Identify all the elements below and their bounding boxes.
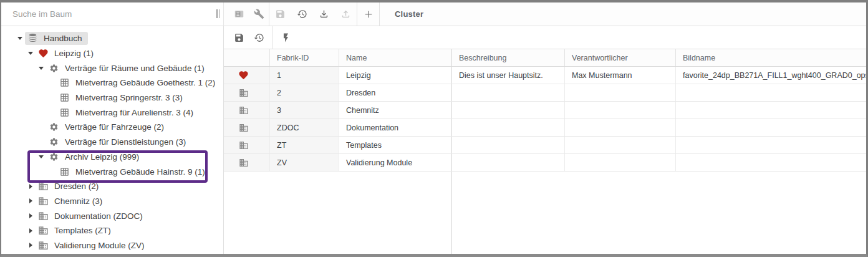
- expander-expanded-icon[interactable]: [36, 67, 46, 70]
- table-row[interactable]: ZTTemplates: [224, 137, 866, 154]
- tree-search-box: [1, 2, 224, 26]
- tree-node-content[interactable]: Mietvertrag Gebäude Hainstr. 9 (1): [57, 165, 211, 178]
- building-icon: [224, 84, 270, 101]
- column-header-bildname[interactable]: Bildname: [676, 49, 866, 66]
- tree-item[interactable]: Mietvertrag Gebäude Goethestr. 1 (2): [1, 75, 223, 90]
- tree-item[interactable]: Templates (ZT): [1, 223, 223, 238]
- tree-item[interactable]: Mietvertrag für Aurelienstr. 3 (4): [1, 105, 223, 120]
- tree-node-content[interactable]: Handbuch: [25, 32, 88, 45]
- tree-node-content[interactable]: Templates (ZT): [36, 224, 117, 237]
- gear-icon: [49, 152, 59, 162]
- tree-item[interactable]: Validierung Module (ZV): [1, 238, 223, 253]
- tree-item-label: Dokumentation (ZDOC): [54, 211, 143, 221]
- restore-icon[interactable]: [249, 26, 269, 49]
- tree-item[interactable]: Handbuch: [1, 31, 223, 46]
- tree-item[interactable]: Dokumentation (ZDOC): [1, 208, 223, 223]
- gear-icon: [49, 63, 59, 74]
- tree-node-content[interactable]: Archiv Leipzig (999): [46, 150, 145, 163]
- tree-item-label: Verträge für Fahrzeuge (2): [65, 122, 164, 132]
- table-row[interactable]: 1LeipzigDies ist unser Hauptsitz.Max Mus…: [224, 67, 866, 84]
- upload-icon[interactable]: [335, 2, 357, 26]
- tree-item-label: Verträge für Räume und Gebäude (1): [65, 64, 205, 73]
- download-icon[interactable]: [313, 2, 335, 26]
- cell-fabrik_id: ZDOC: [270, 119, 339, 136]
- expander-collapsed-icon[interactable]: [26, 198, 36, 203]
- building-icon: [224, 154, 270, 171]
- add-icon[interactable]: [357, 2, 379, 26]
- expander-collapsed-icon[interactable]: [26, 213, 36, 218]
- cell-bildname: [676, 102, 866, 119]
- column-header-verantwortlicher[interactable]: Verantwortlicher: [565, 49, 676, 66]
- tree-node-content[interactable]: Mietvertrag für Aurelienstr. 3 (4): [57, 106, 199, 119]
- tree-item-label: Dresden (2): [54, 182, 99, 191]
- tree-node-content[interactable]: Verträge für Fahrzeuge (2): [46, 120, 170, 133]
- expander-collapsed-icon[interactable]: [26, 243, 36, 248]
- table-header-row: Fabrik-IDNameBeschreibungVerantwortliche…: [224, 49, 866, 67]
- tab-cluster[interactable]: Cluster: [380, 2, 438, 26]
- cell-beschreibung: [452, 119, 565, 136]
- building-icon: [224, 102, 270, 119]
- cell-bildname: [676, 154, 866, 171]
- save-icon[interactable]: [269, 2, 291, 26]
- tree-node-content[interactable]: Chemnitz (3): [36, 195, 108, 208]
- expander-expanded-icon[interactable]: [26, 52, 36, 55]
- restore-icon[interactable]: [291, 2, 313, 26]
- tree-item-label: Archiv Leipzig (999): [65, 152, 139, 162]
- tree-item[interactable]: Archiv Leipzig (999): [1, 150, 223, 165]
- tree-item[interactable]: Verträge für Räume und Gebäude (1): [1, 61, 223, 75]
- heart-icon: [224, 67, 270, 84]
- tree-item[interactable]: Mietvertrag Gebäude Hainstr. 9 (1): [1, 164, 223, 179]
- column-header-beschreibung[interactable]: Beschreibung: [452, 49, 565, 66]
- tree-item[interactable]: Verträge für Dienstleistungen (3): [1, 135, 223, 150]
- tree-item-label: Mietvertrag für Aurelienstr. 3 (4): [75, 108, 193, 117]
- table-icon: [59, 92, 70, 103]
- tree-item[interactable]: Leipzig (1): [1, 46, 223, 61]
- database-icon: [27, 33, 38, 44]
- tree-node-content[interactable]: Validierung Module (ZV): [36, 239, 150, 252]
- detail-panel-icon[interactable]: [229, 2, 249, 26]
- table-icon: [59, 167, 70, 177]
- search-input[interactable]: [12, 9, 200, 19]
- table-icon: [59, 77, 70, 88]
- expander-expanded-icon[interactable]: [36, 155, 46, 158]
- column-header-fabrik-id[interactable]: Fabrik-ID: [270, 49, 339, 66]
- app-window: Cluster HandbuchLeipzig (1)Verträge für …: [0, 0, 868, 257]
- cell-verantwortlicher: Max Mustermann: [565, 67, 676, 84]
- tree-node-content[interactable]: Mietvertrag Gebäude Goethestr. 1 (2): [57, 76, 221, 89]
- table-row[interactable]: ZDOCDokumentation: [224, 119, 866, 137]
- gear-icon: [49, 122, 59, 132]
- cell-name: Chemnitz: [339, 102, 452, 119]
- table-row[interactable]: 3Chemnitz: [224, 102, 866, 119]
- cell-name: Validierung Module: [339, 154, 452, 171]
- cell-verantwortlicher: [565, 137, 676, 153]
- tree-item[interactable]: Dresden (2): [1, 179, 223, 194]
- save-icon[interactable]: [229, 26, 249, 49]
- cell-verantwortlicher: [565, 84, 676, 101]
- tree-node-content[interactable]: Leipzig (1): [36, 47, 99, 60]
- tree-node-content[interactable]: Dokumentation (ZDOC): [36, 210, 148, 223]
- tree-item[interactable]: Mietvertrag Springerstr. 3 (3): [1, 90, 223, 105]
- flash-icon[interactable]: [276, 26, 296, 49]
- tree-node-content[interactable]: Dresden (2): [36, 180, 104, 193]
- column-header-name[interactable]: Name: [339, 49, 452, 66]
- table-empty-area: [224, 172, 866, 254]
- tree-item[interactable]: Chemnitz (3): [1, 194, 223, 209]
- tree-node-content[interactable]: Mietvertrag Springerstr. 3 (3): [57, 91, 188, 104]
- tree-item-label: Mietvertrag Gebäude Goethestr. 1 (2): [75, 78, 215, 87]
- cell-bildname: [676, 119, 866, 136]
- tree-node-content[interactable]: Verträge für Räume und Gebäude (1): [46, 62, 210, 75]
- tree-item[interactable]: Verträge für Fahrzeuge (2): [1, 120, 223, 135]
- column-header-icon[interactable]: [224, 49, 270, 66]
- tree-item-label: Leipzig (1): [54, 49, 94, 58]
- table-row[interactable]: ZVValidierung Module: [224, 154, 866, 172]
- expander-collapsed-icon[interactable]: [26, 228, 36, 233]
- cell-bildname: [676, 84, 866, 101]
- table-row[interactable]: 2Dresden: [224, 84, 866, 102]
- table-toolbar: [224, 26, 866, 49]
- splitter-grip[interactable]: [216, 9, 219, 18]
- expander-expanded-icon[interactable]: [15, 37, 25, 40]
- wrench-icon[interactable]: [249, 2, 269, 26]
- cell-bildname: favorite_24dp_BB271A_FILL1_wght400_GRAD0…: [676, 67, 866, 84]
- expander-collapsed-icon[interactable]: [26, 184, 36, 189]
- tree-node-content[interactable]: Verträge für Dienstleistungen (3): [46, 135, 191, 148]
